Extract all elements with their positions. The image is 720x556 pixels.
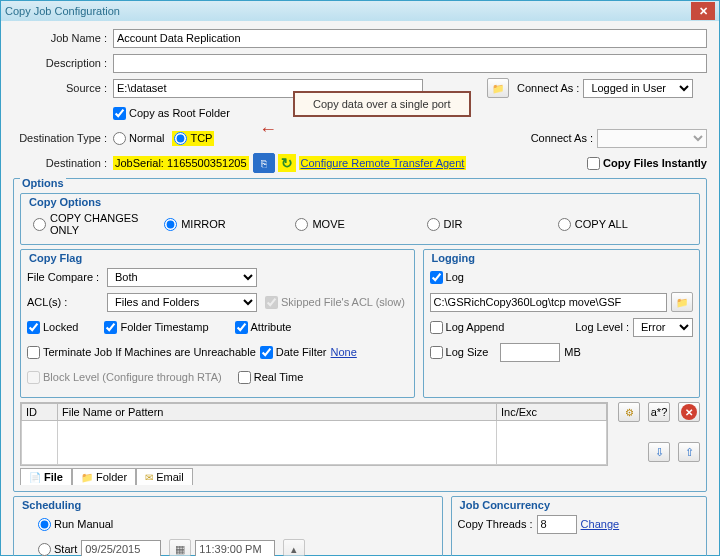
loglevel-label: Log Level :	[575, 321, 629, 333]
close-button[interactable]: ✕	[691, 2, 715, 20]
callout-arrow-icon: ←	[259, 119, 277, 140]
locked-checkbox[interactable]: Locked	[27, 321, 78, 334]
folder-ts-checkbox[interactable]: Folder Timestamp	[104, 321, 208, 334]
connectas-select[interactable]: Logged in User	[583, 79, 693, 98]
gear-icon	[625, 406, 634, 418]
window: Copy Job Configuration ✕ Job Name : Desc…	[0, 0, 720, 556]
copy-as-root-checkbox[interactable]: Copy as Root Folder	[113, 107, 230, 120]
logging-fieldset: Logging Log Log Append Log Level : Error…	[423, 249, 700, 398]
desttype-normal-radio[interactable]: Normal	[113, 132, 164, 145]
opt-all-radio[interactable]: COPY ALL	[558, 212, 687, 236]
window-title: Copy Job Configuration	[5, 5, 691, 17]
folder-icon	[676, 296, 688, 308]
datefilter-checkbox[interactable]: Date Filter	[260, 346, 327, 359]
threads-label: Copy Threads :	[458, 518, 533, 530]
opt-dir-radio[interactable]: DIR	[427, 212, 556, 236]
tabs: File Folder Email	[20, 468, 700, 485]
export-icon: ⇧	[685, 446, 694, 459]
opt-mirror-radio[interactable]: MIRROR	[164, 212, 293, 236]
col-name: File Name or Pattern	[58, 404, 497, 421]
skipped-acl-checkbox: Skipped File's ACL (slow)	[265, 296, 405, 309]
add-pattern-button[interactable]	[618, 402, 640, 422]
jobname-input[interactable]	[113, 29, 707, 48]
change-link[interactable]: Change	[581, 518, 620, 530]
import-icon: ⇩	[655, 446, 664, 459]
start-time-input	[195, 540, 275, 557]
copy-serial-button[interactable]: ⎘	[253, 153, 275, 173]
folder-icon	[492, 82, 504, 94]
destination-label: Destination :	[13, 157, 113, 169]
datefilter-link[interactable]: None	[331, 346, 357, 358]
filecompare-label: File Compare :	[27, 271, 107, 283]
export-button[interactable]: ⇧	[678, 442, 700, 462]
log-checkbox[interactable]: Log	[430, 271, 464, 284]
run-manual-radio[interactable]: Run Manual	[38, 518, 113, 531]
scheduling-fieldset: Scheduling Run Manual Start ▦ ▴	[13, 496, 443, 556]
connectas2-label: Connect As :	[531, 132, 593, 144]
concurrency-legend: Job Concurrency	[458, 499, 552, 511]
filecompare-select[interactable]: Both	[107, 268, 257, 287]
acl-select[interactable]: Files and Folders	[107, 293, 257, 312]
options-legend: Options	[20, 177, 66, 189]
delete-icon: ✕	[681, 404, 697, 420]
configure-agent-link[interactable]: Configure Remote Transfer Agent	[299, 156, 467, 170]
description-label: Description :	[13, 57, 113, 69]
callout-box: Copy data over a single port	[293, 91, 471, 117]
col-incexc: Inc/Exc	[497, 404, 607, 421]
refresh-button[interactable]: ↻	[278, 154, 296, 172]
desttype-label: Destination Type :	[13, 132, 113, 144]
calendar-button: ▦	[169, 539, 191, 556]
table-row[interactable]	[22, 421, 607, 465]
log-size-checkbox[interactable]: Log Size	[430, 346, 489, 359]
logging-legend: Logging	[430, 252, 477, 264]
copyflag-fieldset: Copy Flag File Compare :Both ACL(s) :Fil…	[20, 249, 415, 398]
browse-log-button[interactable]	[671, 292, 693, 312]
log-append-checkbox[interactable]: Log Append	[430, 321, 505, 334]
browse-source-button[interactable]	[487, 78, 509, 98]
tab-file[interactable]: File	[20, 468, 72, 485]
col-id: ID	[22, 404, 58, 421]
loglevel-select[interactable]: Error	[633, 318, 693, 337]
concurrency-fieldset: Job Concurrency Copy Threads : Change	[451, 496, 707, 556]
copyoptions-legend: Copy Options	[27, 196, 103, 208]
titlebar: Copy Job Configuration ✕	[1, 1, 719, 21]
wildcard-label: a*?	[651, 406, 668, 418]
connectas-label: Connect As :	[517, 82, 579, 94]
connectas2-select	[597, 129, 707, 148]
wildcard-button[interactable]: a*?	[648, 402, 670, 422]
delete-pattern-button[interactable]: ✕	[678, 402, 700, 422]
terminate-checkbox[interactable]: Terminate Job If Machines are Unreachabl…	[27, 346, 256, 359]
start-radio[interactable]: Start	[38, 543, 77, 556]
jobserial-text: JobSerial: 1165500351205	[113, 156, 249, 170]
refresh-icon: ↻	[281, 155, 293, 171]
tab-folder[interactable]: Folder	[72, 468, 136, 485]
jobname-label: Job Name :	[13, 32, 113, 44]
copyflag-legend: Copy Flag	[27, 252, 84, 264]
threads-input[interactable]	[537, 515, 577, 534]
options-fieldset: Options Copy Options COPY CHANGES ONLY M…	[13, 178, 707, 492]
log-size-input[interactable]	[500, 343, 560, 362]
scheduling-legend: Scheduling	[20, 499, 83, 511]
copy-icon: ⎘	[255, 154, 273, 172]
description-input[interactable]	[113, 54, 707, 73]
tab-email[interactable]: Email	[136, 468, 193, 485]
opt-changes-radio[interactable]: COPY CHANGES ONLY	[33, 212, 162, 236]
time-spinner: ▴	[283, 539, 305, 556]
mb-label: MB	[564, 346, 581, 358]
source-label: Source :	[13, 82, 113, 94]
log-path-input[interactable]	[430, 293, 667, 312]
copyoptions-fieldset: Copy Options COPY CHANGES ONLY MIRROR MO…	[20, 193, 700, 245]
import-button[interactable]: ⇩	[648, 442, 670, 462]
start-date-input	[81, 540, 161, 557]
opt-move-radio[interactable]: MOVE	[295, 212, 424, 236]
copy-instantly-checkbox[interactable]: Copy Files Instantly	[587, 157, 707, 170]
realtime-checkbox[interactable]: Real Time	[238, 371, 304, 384]
block-level-checkbox: Block Level (Configure through RTA)	[27, 371, 222, 384]
attribute-checkbox[interactable]: Attribute	[235, 321, 292, 334]
pattern-grid[interactable]: ID File Name or Pattern Inc/Exc	[21, 403, 607, 465]
folder-icon	[81, 471, 93, 483]
acl-label: ACL(s) :	[27, 296, 107, 308]
mail-icon	[145, 471, 153, 483]
file-icon	[29, 471, 41, 483]
desttype-tcp-radio[interactable]: TCP	[172, 131, 214, 146]
